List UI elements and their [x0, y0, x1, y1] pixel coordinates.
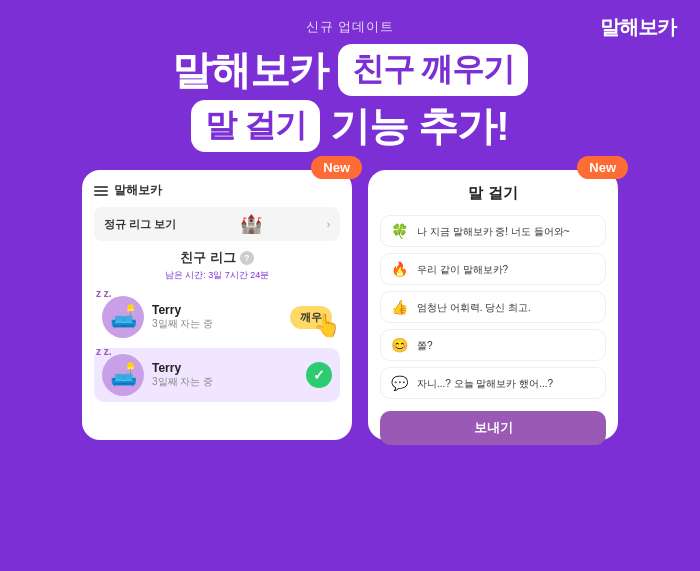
title-badge2: 말 걸기 [191, 100, 320, 152]
friend-avatar: z z. 🛋️ [102, 296, 144, 338]
right-card-new-badge: New [577, 156, 628, 179]
message-list: 🍀나 지금 말해보카 중! 너도 들어와~🔥우리 같이 말해보카?👍엄청난 어휘… [380, 215, 606, 399]
left-card-new-badge: New [311, 156, 362, 179]
friend-avatar-2: z z. 🛋️ [102, 354, 144, 396]
message-item[interactable]: 😊쫄? [380, 329, 606, 361]
title-line2: 말 걸기 기능 추가! [20, 100, 680, 152]
remaining-time: 남은 시간: 3일 7시간 24분 [94, 269, 340, 282]
message-item[interactable]: 🍀나 지금 말해보카 중! 너도 들어와~ [380, 215, 606, 247]
check-icon: ✓ [306, 362, 332, 388]
title-main-text: 말해보카 [172, 48, 328, 92]
message-text: 쫄? [417, 339, 433, 352]
cards-container: New 말해보카 정규 리그 보기 🏰 › 친구 리그 ? 남은 시간: 3일 … [0, 170, 700, 440]
message-text: 나 지금 말해보카 중! 너도 들어와~ [417, 225, 570, 238]
friend-info: Terry 3일째 자는 중 [152, 303, 282, 331]
message-item[interactable]: 👍엄청난 어휘력. 당신 최고. [380, 291, 606, 323]
message-emoji: 💬 [391, 375, 409, 391]
right-card-title: 말 걸기 [380, 184, 606, 203]
message-text: 엄청난 어휘력. 당신 최고. [417, 301, 531, 314]
message-emoji: 👍 [391, 299, 409, 315]
top-bar: 신규 업데이트 말해보카 [0, 0, 700, 36]
title-badge: 친구 깨우기 [338, 44, 529, 96]
regular-league-row[interactable]: 정규 리그 보기 🏰 › [94, 207, 340, 241]
logo: 말해보카 [600, 14, 676, 41]
message-emoji: 🍀 [391, 223, 409, 239]
castle-icon: 🏰 [240, 213, 262, 235]
message-item[interactable]: 🔥우리 같이 말해보카? [380, 253, 606, 285]
message-item[interactable]: 💬자니...? 오늘 말해보카 했어...? [380, 367, 606, 399]
message-emoji: 🔥 [391, 261, 409, 277]
friend-status: 3일째 자는 중 [152, 317, 282, 331]
friend-name: Terry [152, 303, 282, 317]
message-text: 자니...? 오늘 말해보카 했어...? [417, 377, 553, 390]
friend-status-2: 3일째 자는 중 [152, 375, 298, 389]
friend-name-2: Terry [152, 361, 298, 375]
chevron-right-icon: › [327, 219, 330, 230]
friend-league-header: 친구 리그 ? [94, 249, 340, 267]
zzz-icon: z z. [96, 288, 112, 299]
card-header: 말해보카 [94, 182, 340, 199]
hamburger-line [94, 190, 108, 192]
update-label: 신규 업데이트 [306, 18, 395, 36]
left-card: New 말해보카 정규 리그 보기 🏰 › 친구 리그 ? 남은 시간: 3일 … [82, 170, 352, 440]
info-icon: ? [240, 251, 254, 265]
message-emoji: 😊 [391, 337, 409, 353]
title-area: 말해보카 친구 깨우기 말 걸기 기능 추가! [0, 44, 700, 152]
zzz-icon-2: z z. [96, 346, 112, 357]
title-main-text2: 기능 추가! [330, 104, 508, 148]
hamburger-icon [94, 186, 108, 196]
hand-cursor-icon: 👆 [313, 313, 340, 339]
title-line1: 말해보카 친구 깨우기 [20, 44, 680, 96]
message-text: 우리 같이 말해보카? [417, 263, 508, 276]
send-button[interactable]: 보내기 [380, 411, 606, 445]
friend-info-2: Terry 3일째 자는 중 [152, 361, 298, 389]
friend-league-title: 친구 리그 [180, 249, 236, 267]
hamburger-line [94, 186, 108, 188]
friend-row: z z. 🛋️ Terry 3일째 자는 중 깨우 👆 [94, 290, 340, 344]
card-title-text: 말해보카 [114, 182, 162, 199]
regular-league-label: 정규 리그 보기 [104, 217, 176, 232]
wake-button[interactable]: 깨우 👆 [290, 306, 332, 329]
hamburger-line [94, 194, 108, 196]
right-card: New 말 걸기 🍀나 지금 말해보카 중! 너도 들어와~🔥우리 같이 말해보… [368, 170, 618, 440]
friend-row-highlighted: z z. 🛋️ Terry 3일째 자는 중 ✓ [94, 348, 340, 402]
